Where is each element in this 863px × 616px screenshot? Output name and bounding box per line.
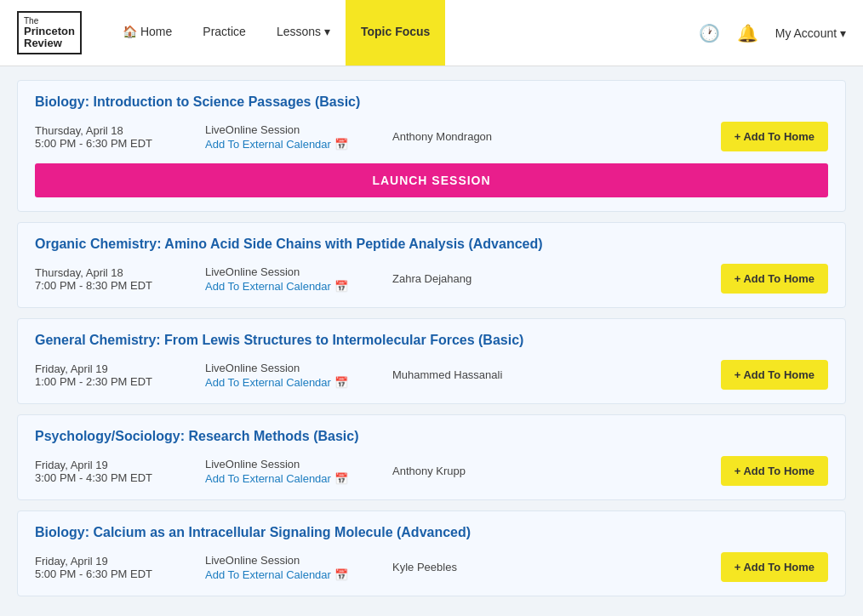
add-to-calendar-link-2[interactable]: Add To External Calendar 📅 (205, 280, 392, 293)
add-to-calendar-link-5[interactable]: Add To External Calendar 📅 (205, 568, 392, 581)
calendar-icon-1: 📅 (334, 138, 348, 151)
session-type-col-3: LiveOnline Session Add To External Calen… (205, 362, 392, 389)
session-time-2: 7:00 PM - 8:30 PM EDT (35, 279, 205, 292)
session-title-3: General Chemistry: From Lewis Structures… (35, 333, 828, 348)
add-to-home-button-2[interactable]: + Add To Home (721, 264, 828, 294)
navbar: The Princeton Review 🏠 Home Practice Les… (0, 0, 863, 66)
session-time-3: 1:00 PM - 2:30 PM EDT (35, 375, 205, 388)
session-card-3: General Chemistry: From Lewis Structures… (17, 318, 846, 404)
session-type-4: LiveOnline Session (205, 458, 392, 471)
session-instructor-1: Anthony Mondragon (392, 130, 721, 143)
session-title-2: Organic Chemistry: Amino Acid Side Chain… (35, 237, 828, 252)
session-title-4: Psychology/Sociology: Research Methods (… (35, 429, 828, 444)
logo-princeton: Princeton (24, 26, 75, 37)
session-card-4: Psychology/Sociology: Research Methods (… (17, 414, 846, 500)
session-type-2: LiveOnline Session (205, 265, 392, 278)
session-type-5: LiveOnline Session (205, 554, 392, 567)
nav-links: 🏠 Home Practice Lessons ▾ Topic Focus (107, 0, 699, 66)
calendar-icon-3: 📅 (334, 376, 348, 389)
launch-session-button[interactable]: LAUNCH SESSION (35, 163, 828, 197)
session-instructor-2: Zahra Dejahang (392, 272, 721, 285)
session-card-1: Biology: Introduction to Science Passage… (17, 80, 846, 212)
session-datetime-4: Friday, April 19 3:00 PM - 4:30 PM EDT (35, 459, 205, 484)
my-account-button[interactable]: My Account ▾ (775, 26, 846, 40)
session-date-1: Thursday, April 18 (35, 124, 205, 137)
session-time-1: 5:00 PM - 6:30 PM EDT (35, 137, 205, 150)
logo[interactable]: The Princeton Review (17, 11, 82, 55)
add-to-home-button-3[interactable]: + Add To Home (721, 360, 828, 390)
session-type-col-5: LiveOnline Session Add To External Calen… (205, 554, 392, 581)
session-type-3: LiveOnline Session (205, 362, 392, 374)
session-details-4: Friday, April 19 3:00 PM - 4:30 PM EDT L… (35, 456, 828, 486)
add-to-home-button-4[interactable]: + Add To Home (721, 456, 828, 486)
session-date-3: Friday, April 19 (35, 362, 205, 375)
add-to-calendar-link-4[interactable]: Add To External Calendar 📅 (205, 472, 392, 485)
session-instructor-5: Kyle Peebles (392, 561, 721, 573)
home-icon: 🏠 (123, 25, 137, 38)
session-details-2: Thursday, April 18 7:00 PM - 8:30 PM EDT… (35, 264, 828, 294)
calendar-icon-5: 📅 (334, 568, 348, 581)
session-card-5: Biology: Calcium as an Intracellular Sig… (17, 510, 846, 596)
calendar-icon-2: 📅 (334, 280, 348, 293)
session-date-5: Friday, April 19 (35, 555, 205, 568)
nav-home[interactable]: 🏠 Home (107, 0, 187, 66)
add-to-calendar-link-1[interactable]: Add To External Calendar 📅 (205, 138, 392, 151)
clock-icon[interactable]: 🕐 (699, 23, 720, 43)
add-to-home-button-5[interactable]: + Add To Home (721, 552, 828, 582)
session-details-3: Friday, April 19 1:00 PM - 2:30 PM EDT L… (35, 360, 828, 390)
session-title-1: Biology: Introduction to Science Passage… (35, 94, 828, 110)
nav-lessons[interactable]: Lessons ▾ (261, 0, 346, 66)
session-details-5: Friday, April 19 5:00 PM - 6:30 PM EDT L… (35, 552, 828, 582)
calendar-icon-4: 📅 (334, 472, 348, 485)
session-type-col-1: LiveOnline Session Add To External Calen… (205, 123, 392, 151)
session-datetime-2: Thursday, April 18 7:00 PM - 8:30 PM EDT (35, 266, 205, 292)
add-to-calendar-link-3[interactable]: Add To External Calendar 📅 (205, 376, 392, 389)
bell-icon[interactable]: 🔔 (737, 23, 758, 43)
main-content: Biology: Introduction to Science Passage… (0, 66, 863, 616)
logo-review: Review (24, 37, 75, 49)
session-time-4: 3:00 PM - 4:30 PM EDT (35, 471, 205, 484)
session-instructor-3: Muhammed Hassanali (392, 368, 721, 381)
session-type-1: LiveOnline Session (205, 123, 392, 136)
nav-practice[interactable]: Practice (187, 0, 261, 66)
session-instructor-4: Anthony Krupp (392, 465, 721, 477)
nav-right: 🕐 🔔 My Account ▾ (699, 23, 846, 43)
session-date-2: Thursday, April 18 (35, 266, 205, 279)
session-type-col-2: LiveOnline Session Add To External Calen… (205, 265, 392, 293)
session-date-4: Friday, April 19 (35, 459, 205, 471)
session-type-col-4: LiveOnline Session Add To External Calen… (205, 458, 392, 485)
add-to-home-button-1[interactable]: + Add To Home (721, 122, 828, 151)
session-title-5: Biology: Calcium as an Intracellular Sig… (35, 525, 828, 540)
session-card-2: Organic Chemistry: Amino Acid Side Chain… (17, 222, 846, 308)
session-time-5: 5:00 PM - 6:30 PM EDT (35, 568, 205, 580)
session-datetime-1: Thursday, April 18 5:00 PM - 6:30 PM EDT (35, 124, 205, 150)
session-datetime-5: Friday, April 19 5:00 PM - 6:30 PM EDT (35, 555, 205, 580)
session-details-1: Thursday, April 18 5:00 PM - 6:30 PM EDT… (35, 122, 828, 151)
session-datetime-3: Friday, April 19 1:00 PM - 2:30 PM EDT (35, 362, 205, 388)
nav-topic-focus[interactable]: Topic Focus (346, 0, 445, 66)
